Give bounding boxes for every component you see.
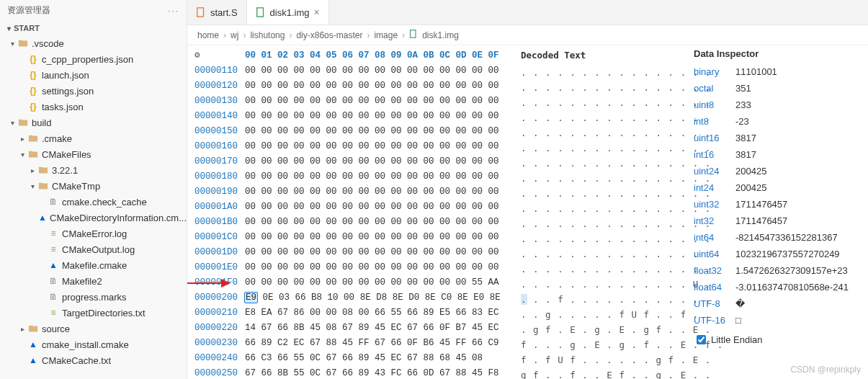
hex-row[interactable]: 00000200E9 0E 03 66 B8 10 00 8E D8 8E D0…	[194, 290, 508, 306]
hex-row[interactable]: 0000022014 67 66 8B 45 08 67 89 45 EC 67…	[194, 321, 508, 336]
breadcrumb-segment[interactable]: home	[197, 30, 219, 40]
hex-row[interactable]: 0000015000 00 00 00 00 00 00 00 00 00 00…	[194, 124, 508, 139]
hex-row[interactable]: 0000017000 00 00 00 00 00 00 00 00 00 00…	[194, 154, 508, 169]
hex-bytes[interactable]: 00 00 00 00 00 00 00 00 00 00 00 00 00 0…	[245, 275, 499, 290]
hex-row[interactable]: 000001E000 00 00 00 00 00 00 00 00 00 00…	[194, 260, 508, 275]
inspector-key[interactable]: int16	[694, 148, 735, 161]
tree-item[interactable]: {}launch.json	[0, 67, 187, 83]
hex-row[interactable]: 0000013000 00 00 00 00 00 00 00 00 00 00…	[194, 94, 508, 109]
gear-icon[interactable]: ⚙	[194, 48, 245, 63]
inspector-key[interactable]: uint64	[694, 247, 735, 261]
tree-item[interactable]: ▾CMakeTmp	[0, 178, 187, 194]
inspector-key[interactable]: uint32	[694, 197, 735, 211]
hex-row[interactable]: 000001F000 00 00 00 00 00 00 00 00 00 00…	[194, 275, 508, 290]
tree-item[interactable]: ▾CMakeFiles	[0, 146, 187, 162]
inspector-key[interactable]: uint16	[694, 131, 735, 145]
chevron-down-icon[interactable]: ▾	[7, 119, 17, 127]
hex-bytes[interactable]: 00 00 00 00 00 00 00 00 00 00 00 00 00 0…	[245, 200, 499, 215]
hex-bytes[interactable]: 00 00 00 00 00 00 00 00 00 00 00 00 00 0…	[245, 215, 499, 230]
tree-item[interactable]: ≡TargetDirectories.txt	[0, 305, 187, 321]
hex-bytes[interactable]: 00 00 00 00 00 00 00 00 00 00 00 00 00 0…	[245, 94, 499, 109]
hex-bytes[interactable]: 00 00 00 00 00 00 00 00 00 00 00 00 00 0…	[245, 260, 499, 275]
sidebar-more-icon[interactable]: ···	[168, 6, 179, 16]
hex-bytes[interactable]: 00 00 00 00 00 00 00 00 00 00 00 00 00 0…	[245, 169, 499, 184]
tree-item[interactable]: 🗎Makefile2	[0, 273, 187, 289]
hex-bytes[interactable]: 66 89 C2 EC 67 88 45 FF 67 66 0F B6 45 F…	[245, 336, 499, 351]
tree-item[interactable]: {}settings.json	[0, 83, 187, 99]
inspector-key[interactable]: uint24	[694, 164, 735, 178]
tree-item[interactable]: 🗎progress.marks	[0, 289, 187, 305]
breadcrumb-segment[interactable]: disk1.img	[422, 30, 459, 40]
chevron-down-icon[interactable]: ▾	[27, 182, 37, 190]
tree-item[interactable]: ▸3.22.1	[0, 162, 187, 178]
chevron-right-icon[interactable]: ▸	[17, 135, 27, 143]
hex-bytes[interactable]: 00 00 00 00 00 00 00 00 00 00 00 00 00 0…	[245, 63, 499, 79]
chevron-down-icon[interactable]: ▾	[17, 151, 27, 159]
tree-item[interactable]: ▸source	[0, 321, 187, 336]
hex-row[interactable]: 000001A000 00 00 00 00 00 00 00 00 00 00…	[194, 200, 508, 215]
hex-bytes[interactable]: 00 00 00 00 00 00 00 00 00 00 00 00 00 0…	[245, 124, 499, 139]
hex-bytes[interactable]: 00 00 00 00 00 00 00 00 00 00 00 00 00 0…	[245, 109, 499, 124]
hex-bytes[interactable]: 00 00 00 00 00 00 00 00 00 00 00 00 00 0…	[245, 139, 499, 154]
breadcrumb-segment[interactable]: lishutong	[250, 30, 285, 40]
tree-item[interactable]: ▲CMakeCache.txt	[0, 352, 187, 368]
inspector-key[interactable]: binary	[694, 65, 735, 79]
hex-row[interactable]: 0000018000 00 00 00 00 00 00 00 00 00 00…	[194, 169, 508, 184]
hex-row[interactable]: 000001D000 00 00 00 00 00 00 00 00 00 00…	[194, 245, 508, 260]
tree-item[interactable]: {}tasks.json	[0, 99, 187, 115]
hex-bytes[interactable]: 00 00 00 00 00 00 00 00 00 00 00 00 00 0…	[245, 79, 499, 94]
tree-item[interactable]: {}c_cpp_properties.json	[0, 51, 187, 67]
hex-bytes[interactable]: 00 00 00 00 00 00 00 00 00 00 00 00 00 0…	[245, 154, 499, 169]
hex-bytes[interactable]: E8 EA 67 86 00 00 08 00 66 55 66 89 E5 6…	[245, 306, 499, 321]
breadcrumb-segment[interactable]: image	[374, 30, 398, 40]
hex-row[interactable]: 0000019000 00 00 00 00 00 00 00 00 00 00…	[194, 184, 508, 200]
inspector-key[interactable]: UTF-16	[694, 313, 735, 327]
hex-bytes[interactable]: 00 00 00 00 00 00 00 00 00 00 00 00 00 0…	[245, 245, 499, 260]
endian-toggle[interactable]: Little Endian	[694, 333, 862, 347]
inspector-key[interactable]: float64	[694, 280, 735, 294]
hex-pane[interactable]: ⚙00 01 02 03 04 05 06 07 08 09 0A 0B 0C …	[187, 45, 515, 379]
inspector-key[interactable]: int64	[694, 231, 735, 244]
tab[interactable]: start.S	[187, 0, 247, 24]
tree-item[interactable]: ▲Makefile.cmake	[0, 257, 187, 273]
tree-item[interactable]: ▲cmake_install.cmake	[0, 336, 187, 352]
hex-row[interactable]: 0000024066 C3 66 55 0C 67 66 89 45 EC 67…	[194, 351, 508, 366]
hex-bytes[interactable]: 66 C3 66 55 0C 67 66 89 45 EC 67 88 68 4…	[245, 351, 483, 366]
close-icon[interactable]: ×	[314, 6, 320, 18]
chevron-down-icon[interactable]: ▾	[7, 40, 17, 48]
inspector-key[interactable]: int24	[694, 181, 735, 195]
tree-item[interactable]: ▾.vscode	[0, 35, 187, 51]
inspector-key[interactable]: uint8	[694, 98, 735, 112]
inspector-key[interactable]: float32	[694, 264, 735, 277]
hex-row[interactable]: 00000210E8 EA 67 86 00 00 08 00 66 55 66…	[194, 306, 508, 321]
breadcrumb-segment[interactable]: diy-x86os-master	[296, 30, 362, 40]
hex-row[interactable]: 0000025067 66 8B 55 0C 67 66 89 43 FC 66…	[194, 366, 508, 379]
tree-item[interactable]: ▸.cmake	[0, 130, 187, 146]
hex-bytes[interactable]: 00 00 00 00 00 00 00 00 00 00 00 00 00 0…	[245, 184, 499, 200]
hex-row[interactable]: 0000023066 89 C2 EC 67 88 45 FF 67 66 0F…	[194, 336, 508, 351]
hex-row[interactable]: 0000012000 00 00 00 00 00 00 00 00 00 00…	[194, 79, 508, 94]
hex-bytes[interactable]: E9 0E 03 66 B8 10 00 8E D8 8E D0 8E C0 8…	[245, 290, 501, 306]
hex-row[interactable]: 000001C000 00 00 00 00 00 00 00 00 00 00…	[194, 230, 508, 245]
inspector-key[interactable]: int32	[694, 214, 735, 228]
tree-item[interactable]: ▾build	[0, 115, 187, 130]
hex-row[interactable]: 000001B000 00 00 00 00 00 00 00 00 00 00…	[194, 215, 508, 230]
chevron-right-icon[interactable]: ▸	[27, 166, 37, 174]
section-title[interactable]: ▾ START	[0, 21, 187, 35]
inspector-key[interactable]: UTF-8	[694, 297, 735, 311]
hex-bytes[interactable]: 67 66 8B 55 0C 67 66 89 43 FC 66 0D 67 8…	[245, 366, 499, 379]
hex-bytes[interactable]: 00 00 00 00 00 00 00 00 00 00 00 00 00 0…	[245, 230, 499, 245]
tree-item[interactable]: ▲CMakeDirectoryInformation.cm...	[0, 210, 187, 226]
hex-row[interactable]: 0000016000 00 00 00 00 00 00 00 00 00 00…	[194, 139, 508, 154]
hex-bytes[interactable]: 14 67 66 8B 45 08 67 89 45 EC 67 66 0F B…	[245, 321, 499, 336]
tab[interactable]: disk1.img×	[247, 0, 329, 24]
tree-item[interactable]: ≡CMakeOutput.log	[0, 241, 187, 257]
inspector-key[interactable]: int8	[694, 115, 735, 128]
tree-item[interactable]: 🗎cmake.check_cache	[0, 194, 187, 210]
inspector-key[interactable]: octal	[694, 81, 735, 95]
endian-checkbox[interactable]	[697, 335, 706, 344]
tree-item[interactable]: ≡CMakeError.log	[0, 226, 187, 241]
selected-byte[interactable]: E9	[244, 292, 258, 303]
hex-row[interactable]: 0000014000 00 00 00 00 00 00 00 00 00 00…	[194, 109, 508, 124]
hex-row[interactable]: 0000011000 00 00 00 00 00 00 00 00 00 00…	[194, 63, 508, 79]
